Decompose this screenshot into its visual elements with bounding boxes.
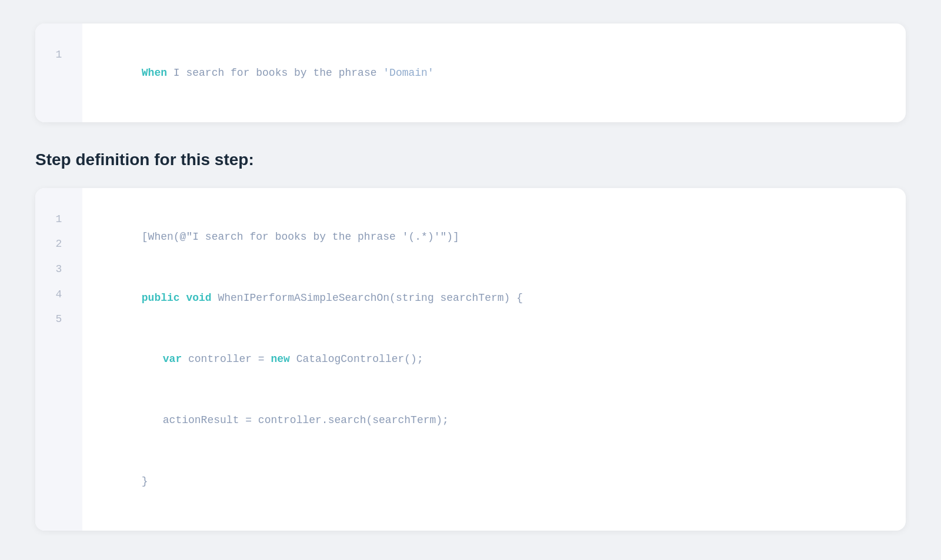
def-controller-text: CatalogController(); [290,353,423,365]
def-line-num-1: 1 [56,207,62,232]
def-method-text: WhenIPerformASimpleSearchOn(string searc… [212,292,523,304]
keyword-var: var [163,353,182,365]
def-code-line-4: actionResult = controller.search(searchT… [104,390,885,451]
def-code-line-2: public void WhenIPerformASimpleSearchOn(… [104,268,885,329]
line-num-1: 1 [56,42,62,68]
definition-code-block: 1 2 3 4 5 [When(@"I search for books by … [35,188,906,531]
step-text: I search for books by the phrase [167,67,383,79]
def-line-num-2: 2 [56,232,62,257]
step-code-block: 1 When I search for books by the phrase … [35,24,906,122]
keyword-void: void [186,292,211,304]
def-code-content: [When(@"I search for books by the phrase… [82,188,906,531]
section-heading: Step definition for this step: [35,150,906,169]
def-code-line-1: [When(@"I search for books by the phrase… [104,207,885,268]
step-code-line-1: When I search for books by the phrase 'D… [104,42,885,103]
step-code-content: When I search for books by the phrase 'D… [82,24,906,122]
def-code-line-5: } [104,451,885,512]
keyword-when: When [142,67,167,79]
step-string: 'Domain' [383,67,433,79]
def-line-num-5: 5 [56,307,62,332]
def-closing-brace: } [142,475,148,487]
line-numbers-step: 1 [35,24,82,122]
keyword-public: public [142,292,180,304]
def-line-num-4: 4 [56,282,62,307]
keyword-new: new [271,353,289,365]
line-numbers-def: 1 2 3 4 5 [35,188,82,531]
def-code-line-3: var controller = new CatalogController()… [104,328,885,390]
def-action-text: actionResult = controller.search(searchT… [163,414,449,426]
def-line-num-3: 3 [56,257,62,282]
def-line-1-text: [When(@"I search for books by the phrase… [142,231,459,243]
